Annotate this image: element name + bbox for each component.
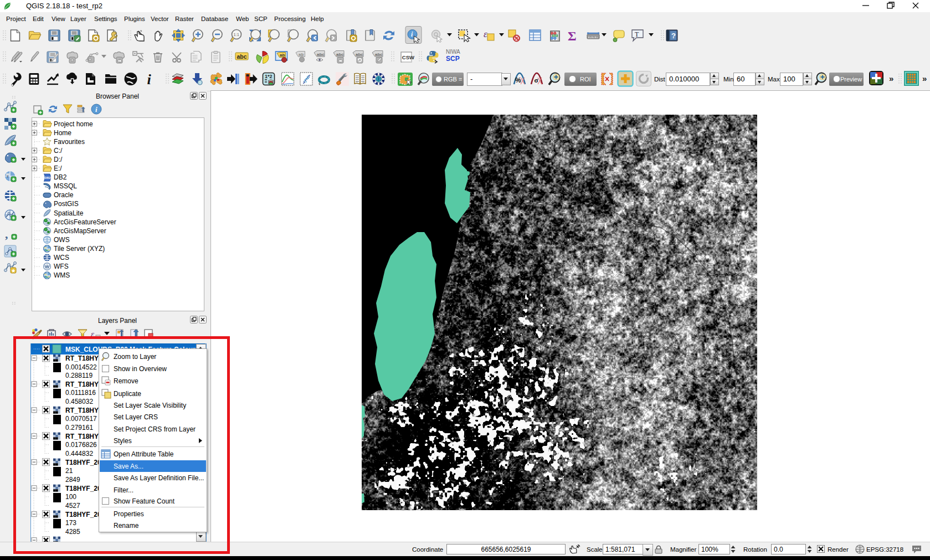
svg-text:DB2: DB2 bbox=[54, 173, 67, 181]
svg-text:i: i bbox=[147, 71, 152, 88]
svg-text:OWS: OWS bbox=[54, 236, 70, 244]
svg-text:D:/: D:/ bbox=[54, 156, 63, 163]
svg-text:Σ: Σ bbox=[568, 29, 577, 43]
svg-text:Favourites: Favourites bbox=[54, 138, 85, 146]
svg-text:NIWA: NIWA bbox=[446, 49, 460, 55]
svg-text:ArcGisFeatureServer: ArcGisFeatureServer bbox=[54, 218, 116, 226]
svg-text:WCS: WCS bbox=[54, 254, 69, 261]
svg-text:Home: Home bbox=[54, 129, 71, 137]
svg-text:WFS: WFS bbox=[54, 263, 69, 270]
svg-text:,: , bbox=[5, 227, 8, 241]
svg-text:SpatiaLite: SpatiaLite bbox=[54, 209, 84, 217]
svg-text:Oracle: Oracle bbox=[54, 191, 74, 199]
svg-text:abc: abc bbox=[237, 53, 247, 60]
svg-text:%: % bbox=[515, 76, 521, 84]
svg-text:CSW: CSW bbox=[402, 54, 414, 60]
svg-text:ab: ab bbox=[299, 52, 304, 57]
svg-text:i: i bbox=[95, 105, 97, 114]
svg-text:Project home: Project home bbox=[54, 120, 93, 128]
svg-text:ab: ab bbox=[280, 53, 285, 58]
svg-text:σ: σ bbox=[535, 76, 538, 84]
svg-text:T: T bbox=[635, 30, 639, 38]
svg-text:?: ? bbox=[671, 32, 676, 40]
svg-text:T: T bbox=[7, 175, 9, 178]
svg-text:1:1: 1:1 bbox=[234, 32, 239, 37]
svg-text:E:/: E:/ bbox=[54, 165, 62, 172]
svg-text:PostGIS: PostGIS bbox=[54, 200, 79, 208]
svg-text:SCP: SCP bbox=[446, 55, 460, 63]
svg-text:»: » bbox=[889, 74, 893, 83]
svg-text:ε: ε bbox=[484, 29, 487, 39]
svg-text:Tile Server (XYZ): Tile Server (XYZ) bbox=[54, 245, 105, 253]
svg-text:WMS: WMS bbox=[54, 271, 70, 279]
svg-text:1*2: 1*2 bbox=[265, 74, 273, 79]
svg-text:MSSQL: MSSQL bbox=[54, 182, 77, 190]
svg-text:C:/: C:/ bbox=[54, 147, 63, 155]
svg-text:»: » bbox=[922, 74, 927, 83]
svg-text:ArcGisMapServer: ArcGisMapServer bbox=[54, 227, 106, 235]
